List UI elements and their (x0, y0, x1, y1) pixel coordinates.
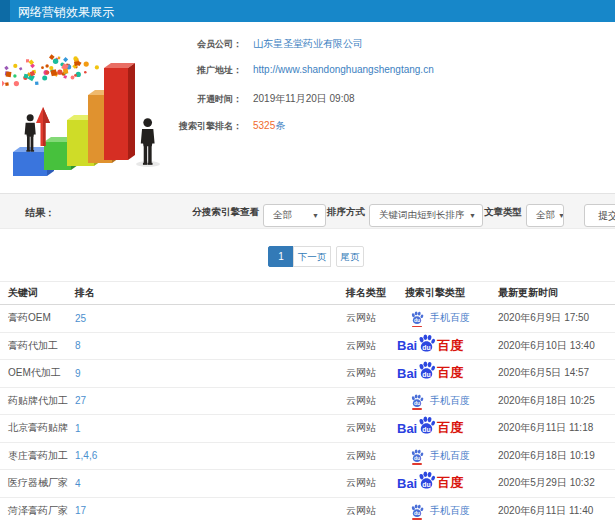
header-accent (0, 0, 10, 22)
engine-filter-select[interactable]: 全部▼ (263, 204, 326, 227)
baidu-paw-icon: du (417, 334, 436, 353)
submit-button[interactable]: 提交 (584, 204, 615, 227)
header-update-time: 最新更新时间 (498, 282, 615, 305)
mobile-baidu-logo: du手机百度 (410, 311, 498, 325)
open-time-row: 开通时间：2019年11月20日 09:08 (0, 92, 355, 106)
svg-text:du: du (414, 318, 420, 324)
baidu-paw-icon: du (417, 416, 436, 435)
baidu-logo: Baidu百度 (397, 419, 498, 437)
update-time-cell: 2020年6月11日 11:40 (498, 497, 615, 520)
header-rank: 排名 (75, 282, 346, 305)
update-time-cell: 2020年6月11日 11:18 (498, 415, 615, 443)
member-company-label: 会员公司： (0, 38, 242, 51)
rank-link[interactable]: 1 (75, 415, 346, 443)
baidu-paw-icon: du (417, 361, 436, 380)
table-row: 枣庄膏药加工 1,4,6 云网站 du手机百度 2020年6月18日 10:19 (0, 442, 615, 470)
open-time-value: 2019年11月20日 09:08 (253, 93, 355, 104)
update-time-cell: 2020年6月18日 10:25 (498, 387, 615, 415)
promo-url-link[interactable]: http://www.shandonghuangshengtang.cn (253, 64, 434, 75)
ranking-count: 5325 (253, 120, 275, 131)
table-row: 医疗器械厂家 4 云网站 Baidu百度 2020年5月29日 10:32 (0, 470, 615, 498)
svg-text:du: du (414, 400, 420, 406)
svg-text:du: du (414, 510, 420, 516)
promo-url-label: 推广地址： (0, 64, 242, 77)
keyword-cell: 膏药OEM (0, 305, 75, 333)
baidu-logo: Baidu百度 (397, 337, 498, 355)
table-row: 膏药代加工 8 云网站 Baidu百度 2020年6月10日 13:40 (0, 332, 615, 360)
rank-type-cell: 云网站 (346, 497, 405, 520)
sort-select[interactable]: 关键词由短到长排序▼ (369, 204, 483, 227)
engine-cell: du手机百度 (405, 497, 498, 520)
update-time-cell: 2020年6月5日 14:57 (498, 360, 615, 388)
keyword-cell: OEM代加工 (0, 360, 75, 388)
rank-link[interactable]: 9 (75, 360, 346, 388)
update-time-cell: 2020年5月29日 10:32 (498, 470, 615, 498)
baidu-paw-icon: du (410, 394, 424, 408)
member-company-link[interactable]: 山东皇圣堂药业有限公司 (253, 38, 363, 49)
table-row: OEM代加工 9 云网站 Baidu百度 2020年6月5日 14:57 (0, 360, 615, 388)
engine-cell: Baidu百度 (405, 332, 498, 360)
engine-cell: du手机百度 (405, 442, 498, 470)
engine-cell: du手机百度 (405, 387, 498, 415)
chevron-down-icon: ▼ (558, 212, 564, 219)
engine-cell: Baidu百度 (405, 360, 498, 388)
table-row: 北京膏药贴牌 1 云网站 Baidu百度 2020年6月11日 11:18 (0, 415, 615, 443)
rank-link[interactable]: 8 (75, 332, 346, 360)
last-page-button[interactable]: 尾页 (336, 246, 364, 267)
header-rank-type: 排名类型 (346, 282, 405, 305)
member-company-row: 会员公司：山东皇圣堂药业有限公司 (0, 37, 363, 51)
mobile-baidu-logo: du手机百度 (410, 449, 498, 463)
update-time-cell: 2020年6月10日 13:40 (498, 332, 615, 360)
article-type-label: 文章类型 (484, 206, 522, 219)
table-header-row: 关键词 排名 排名类型 搜索引擎类型 最新更新时间 (0, 282, 615, 305)
article-type-select[interactable]: 全部▼ (526, 204, 564, 227)
chevron-down-icon: ▼ (469, 212, 476, 219)
ranking-label: 搜索引擎排名： (0, 120, 242, 133)
open-time-label: 开通时间： (0, 93, 242, 106)
sort-label: 排序方式 (327, 206, 365, 219)
svg-text:du: du (423, 371, 431, 378)
rank-type-cell: 云网站 (346, 387, 405, 415)
svg-text:du: du (414, 455, 420, 461)
rank-type-cell: 云网站 (346, 305, 405, 333)
growth-illustration (2, 33, 177, 185)
page-1-button[interactable]: 1 (268, 246, 294, 267)
keyword-cell: 菏泽膏药厂家 (0, 497, 75, 520)
engine-filter-label: 分搜索引擎查看 (193, 206, 260, 219)
result-label: 结果： (25, 206, 55, 220)
rank-link[interactable]: 4 (75, 470, 346, 498)
table-row: 药贴牌代加工 27 云网站 du手机百度 2020年6月18日 10:25 (0, 387, 615, 415)
next-page-button[interactable]: 下一页 (293, 246, 331, 267)
chevron-down-icon: ▼ (312, 212, 319, 219)
ranking-unit: 条 (275, 120, 285, 131)
rank-link[interactable]: 27 (75, 387, 346, 415)
rank-link[interactable]: 1,4,6 (75, 442, 346, 470)
ranking-row: 搜索引擎排名：5325条 (0, 119, 285, 133)
mobile-baidu-logo: du手机百度 (410, 504, 498, 518)
keyword-cell: 医疗器械厂家 (0, 470, 75, 498)
rank-type-cell: 云网站 (346, 442, 405, 470)
baidu-paw-icon: du (417, 471, 436, 490)
update-time-cell: 2020年6月9日 17:50 (498, 305, 615, 333)
results-table: 关键词 排名 排名类型 搜索引擎类型 最新更新时间 膏药OEM 25 云网站 d… (0, 281, 615, 520)
mobile-baidu-logo: du手机百度 (410, 394, 498, 408)
promo-url-row: 推广地址：http://www.shandonghuangshengtang.c… (0, 64, 434, 77)
svg-text:du: du (423, 426, 431, 433)
header-engine-type: 搜索引擎类型 (405, 282, 498, 305)
header-keyword: 关键词 (0, 282, 75, 305)
engine-cell: Baidu百度 (405, 415, 498, 443)
filter-bar: 结果： 分搜索引擎查看 全部▼ 排序方式 关键词由短到长排序▼ 文章类型 全部▼… (0, 193, 615, 229)
baidu-paw-icon: du (410, 504, 424, 518)
rank-link[interactable]: 17 (75, 497, 346, 520)
svg-text:du: du (423, 481, 431, 488)
update-time-cell: 2020年6月18日 10:19 (498, 442, 615, 470)
table-row: 膏药OEM 25 云网站 du手机百度 2020年6月9日 17:50 (0, 305, 615, 333)
table-row: 菏泽膏药厂家 17 云网站 du手机百度 2020年6月11日 11:40 (0, 497, 615, 520)
baidu-logo: Baidu百度 (397, 474, 498, 492)
baidu-paw-icon: du (410, 449, 424, 463)
rank-link[interactable]: 25 (75, 305, 346, 333)
baidu-logo: Baidu百度 (397, 364, 498, 382)
engine-cell: du手机百度 (405, 305, 498, 333)
engine-cell: Baidu百度 (405, 470, 498, 498)
page-title: 网络营销效果展示 (18, 4, 114, 21)
